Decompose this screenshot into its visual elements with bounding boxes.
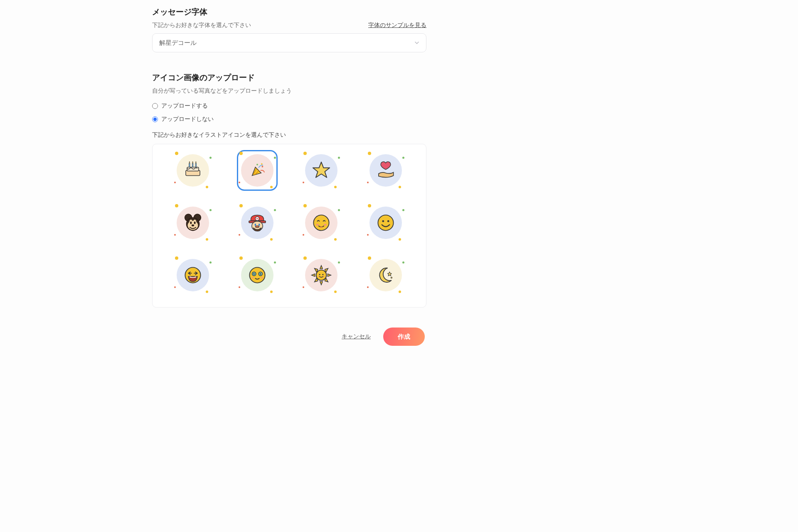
radio-upload-label: アップロードする (161, 102, 208, 110)
icon-option-star-icon[interactable] (301, 150, 342, 191)
cute-face-icon (241, 259, 273, 291)
radio-no-upload-label: アップロードしない (161, 116, 214, 123)
radio-upload[interactable]: アップロードする (152, 102, 426, 110)
smiley-icon (369, 207, 402, 239)
blush-face-icon (305, 207, 337, 239)
chevron-down-icon (414, 40, 419, 45)
icon-option-mario-icon[interactable] (237, 202, 278, 243)
icon-option-mickey-icon[interactable] (172, 202, 213, 243)
mario-icon (241, 207, 273, 239)
mickey-icon (177, 207, 209, 239)
icon-option-sun-icon[interactable] (301, 255, 342, 296)
star-icon (305, 154, 337, 187)
font-select[interactable]: 解星デコール (152, 33, 426, 52)
laughing-face-icon (177, 259, 209, 291)
icon-grid[interactable] (153, 144, 426, 307)
icon-option-smiley-icon[interactable] (365, 202, 406, 243)
radio-upload-input[interactable] (152, 103, 158, 109)
confetti-popper-icon (241, 154, 273, 187)
icon-grid-help: 下記からお好きなイラストアイコンを選んで下さい (152, 131, 426, 139)
sun-icon (305, 259, 337, 291)
icon-grid-container (152, 144, 426, 308)
font-help-text: 下記からお好きな字体を選んで下さい (152, 22, 251, 29)
create-button[interactable]: 作成 (383, 328, 425, 346)
radio-no-upload-input[interactable] (152, 116, 158, 122)
font-select-value: 解星デコール (159, 39, 197, 47)
icon-option-confetti-popper-icon[interactable] (237, 150, 278, 191)
icon-option-cute-face-icon[interactable] (237, 255, 278, 296)
birthday-cake-icon (177, 154, 209, 187)
icon-option-moon-stars-icon[interactable] (365, 255, 406, 296)
font-section-title: メッセージ字体 (152, 7, 426, 17)
cancel-button[interactable]: キャンセル (342, 333, 371, 340)
icon-option-birthday-cake-icon[interactable] (172, 150, 213, 191)
radio-no-upload[interactable]: アップロードしない (152, 116, 426, 123)
icon-option-laughing-face-icon[interactable] (172, 255, 213, 296)
icon-option-blush-face-icon[interactable] (301, 202, 342, 243)
hand-heart-icon (369, 154, 402, 187)
font-sample-link[interactable]: 字体のサンプルを見る (368, 22, 426, 29)
moon-stars-icon (369, 259, 402, 291)
icon-option-hand-heart-icon[interactable] (365, 150, 406, 191)
footer: キャンセル 作成 (152, 328, 426, 346)
icon-help-text: 自分が写っている写真などをアップロードしましょう (152, 87, 426, 95)
icon-section-title: アイコン画像のアップロード (152, 72, 426, 83)
